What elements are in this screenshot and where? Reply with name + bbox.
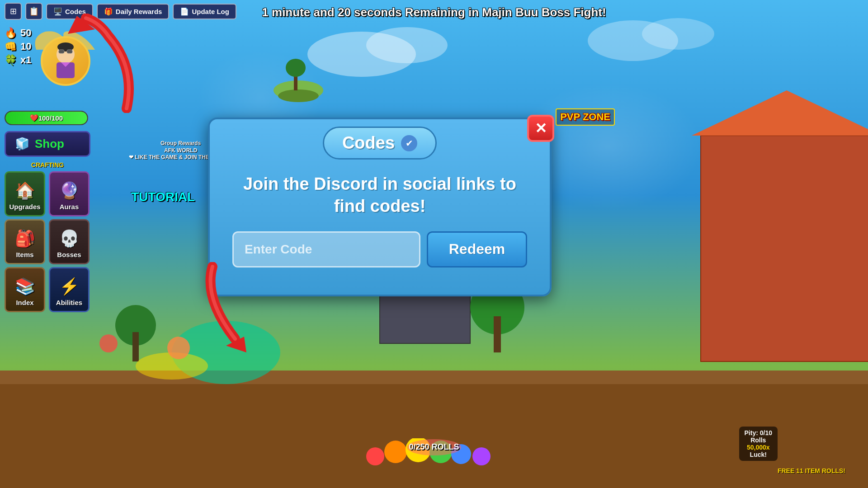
- index-label: Index: [16, 299, 33, 306]
- index-icon: 📚: [15, 277, 35, 296]
- rolls-counter: 0/250 ROLLS: [409, 442, 459, 452]
- update-log-button[interactable]: 📄 Update Log: [173, 4, 236, 19]
- svg-rect-30: [59, 50, 64, 53]
- bottom-hud: 0/250 ROLLS: [409, 442, 459, 452]
- auras-label: Auras: [60, 203, 79, 211]
- modal-message: Join the Discord in social links to find…: [232, 173, 527, 218]
- luck-icon: 🍀: [5, 54, 17, 66]
- shop-label: Shop: [35, 137, 64, 151]
- abilities-button[interactable]: ⚡ Abilities: [49, 267, 90, 312]
- shop-button[interactable]: 🧊 Shop: [5, 131, 90, 157]
- crafting-label: CRAFTING: [5, 161, 90, 169]
- player-avatar: [41, 36, 90, 86]
- pity-rolls-label: Pity: 0/10: [745, 429, 772, 436]
- update-log-label: Update Log: [192, 8, 229, 15]
- home-icon: ⊞: [10, 6, 17, 16]
- modal-title-checkmark: ✔: [401, 135, 417, 151]
- codes-nav-icon: 🖥️: [53, 7, 62, 16]
- shop-icon: 🧊: [15, 137, 29, 151]
- health-max: 100: [52, 114, 63, 122]
- index-button[interactable]: 📚 Index: [5, 267, 45, 312]
- daily-rewards-label: Daily Rewards: [116, 8, 162, 15]
- health-bar-background: ❤️ 100 / 100: [5, 111, 88, 125]
- upgrades-label: Upgrades: [9, 203, 40, 211]
- redeem-button[interactable]: Redeem: [427, 231, 527, 267]
- strength-icon: 👊: [5, 41, 17, 52]
- tutorial-label: TUTORIAL: [131, 190, 195, 204]
- modal-body: Join the Discord in social links to find…: [210, 164, 550, 281]
- stat-fire-value: 50: [20, 27, 31, 39]
- codes-modal: Codes ✔ ✕ Join the Discord in social lin…: [208, 117, 552, 296]
- abilities-icon: ⚡: [59, 277, 80, 296]
- bosses-icon: 💀: [59, 229, 80, 248]
- items-button[interactable]: 🎒 Items: [5, 219, 45, 264]
- modal-title-background: Codes ✔: [323, 127, 437, 160]
- notebook-button[interactable]: 📋: [25, 3, 42, 20]
- modal-title: Codes: [342, 133, 395, 153]
- bosses-button[interactable]: 💀 Bosses: [49, 219, 90, 264]
- health-value: 100: [38, 114, 50, 122]
- items-icon: 🎒: [15, 229, 35, 248]
- left-menu: 🧊 Shop CRAFTING 🏠 Upgrades 🔮 Auras 🎒 Ite…: [5, 131, 90, 312]
- checkmark-icon: ✔: [406, 138, 413, 149]
- update-log-icon: 📄: [180, 7, 189, 16]
- stat-strength: 👊 10: [5, 41, 31, 52]
- stat-strength-value: 10: [20, 41, 31, 52]
- codes-nav-label: Codes: [65, 8, 86, 15]
- pity-counter: Pity: 0/10 Rolls 50,000x Luck!: [739, 427, 778, 461]
- home-button[interactable]: ⊞: [5, 3, 22, 20]
- player-stats: 🔥 50 👊 10 🍀 x1: [5, 27, 31, 66]
- abilities-label: Abilities: [56, 299, 82, 306]
- free-rolls-text: FREE 11 ITEM ROLLS!: [778, 467, 845, 474]
- bosses-label: Bosses: [57, 251, 81, 258]
- stat-luck: 🍀 x1: [5, 54, 31, 66]
- health-icon: ❤️: [30, 114, 38, 122]
- close-icon: ✕: [535, 120, 547, 137]
- health-bar-container: ❤️ 100 / 100: [5, 111, 88, 125]
- daily-rewards-icon: 🎁: [104, 7, 113, 16]
- menu-grid: 🏠 Upgrades 🔮 Auras 🎒 Items 💀 Bosses 📚 In…: [5, 171, 90, 312]
- boss-fight-message: 1 minute and 20 seconds Remaining in Maj…: [262, 5, 606, 19]
- pvp-zone-label: PVP ZONE: [556, 108, 615, 126]
- svg-rect-31: [67, 50, 72, 53]
- redeem-label: Redeem: [449, 241, 505, 257]
- items-label: Items: [16, 251, 33, 258]
- auras-button[interactable]: 🔮 Auras: [49, 171, 90, 216]
- daily-rewards-button[interactable]: 🎁 Daily Rewards: [97, 4, 170, 19]
- stat-fire: 🔥 50: [5, 27, 31, 39]
- codes-nav-button[interactable]: 🖥️ Codes: [46, 4, 93, 19]
- modal-inputs: Redeem: [232, 231, 527, 267]
- stat-luck-value: x1: [20, 54, 31, 66]
- modal-title-bar: Codes ✔: [210, 119, 550, 164]
- upgrades-icon: 🏠: [15, 181, 35, 200]
- fire-icon: 🔥: [5, 27, 17, 39]
- health-bar-text: ❤️ 100 / 100: [5, 112, 87, 124]
- auras-icon: 🔮: [59, 181, 80, 200]
- upgrades-button[interactable]: 🏠 Upgrades: [5, 171, 45, 216]
- code-input[interactable]: [232, 231, 420, 267]
- notebook-icon: 📋: [29, 6, 39, 16]
- close-modal-button[interactable]: ✕: [527, 115, 554, 142]
